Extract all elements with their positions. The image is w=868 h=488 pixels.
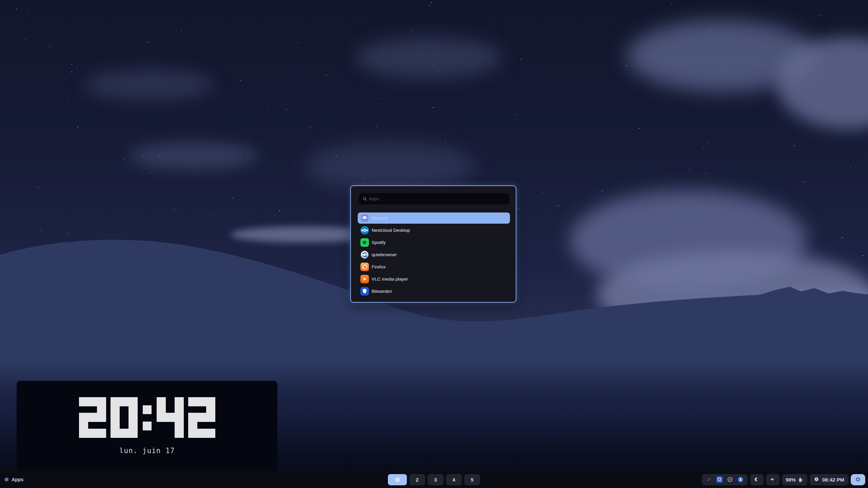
clock-colon: [142, 397, 152, 438]
night-light-icon: [754, 476, 760, 483]
app-label: Bitwarden: [372, 289, 392, 294]
firefox-icon: [360, 263, 369, 271]
taskbar: ❄ Apps 2345 98% 08:42 PM: [0, 471, 868, 488]
bluetooth-icon[interactable]: [737, 476, 744, 483]
app-launcher: DiscordNextcloud DesktopSpotifyqutebrows…: [350, 185, 516, 303]
app-label: qutebrowser: [372, 252, 397, 257]
volume-button[interactable]: [766, 474, 780, 485]
workspace-5[interactable]: 5: [464, 474, 480, 485]
clock-widget: lun. juin 17: [17, 381, 277, 471]
app-row-discord[interactable]: Discord: [358, 212, 510, 224]
active-workspace-indicator: [395, 477, 400, 482]
clock-digit: [188, 397, 215, 438]
tray-icons-pill: [702, 474, 748, 485]
app-row-bitwarden[interactable]: Bitwarden: [358, 286, 510, 297]
workspace-3[interactable]: 3: [428, 474, 443, 485]
check-circle-icon[interactable]: [727, 476, 733, 483]
clock-digit: [111, 397, 138, 438]
bitwarden-icon: [360, 287, 369, 296]
app-row-qutebrowser[interactable]: qutebrowser: [358, 249, 510, 260]
battery-charging-icon: [797, 476, 804, 483]
workspace-switcher: 2345: [388, 474, 480, 485]
search-box[interactable]: [359, 193, 509, 204]
clock-time: [79, 397, 215, 438]
battery-percent: 98%: [786, 477, 796, 483]
search-icon: [362, 196, 368, 202]
nix-snowflake-icon: ❄: [4, 477, 9, 483]
apps-button-label: Apps: [12, 477, 23, 482]
system-tray: 98% 08:42 PM: [702, 474, 865, 485]
sync-icon[interactable]: [706, 476, 712, 483]
app-label: Firefox: [372, 264, 386, 269]
app-label: Discord: [372, 216, 387, 221]
battery-indicator[interactable]: 98%: [782, 474, 807, 485]
apps-menu-button[interactable]: ❄ Apps: [4, 471, 23, 488]
app-row-nextcloud[interactable]: Nextcloud Desktop: [358, 225, 510, 236]
workspace-1[interactable]: [388, 474, 407, 485]
workspace-2[interactable]: 2: [409, 474, 425, 485]
volume-icon: [770, 476, 776, 483]
app-label: Spotify: [372, 240, 386, 245]
clock-icon: [814, 476, 820, 483]
app-row-spotify[interactable]: Spotify: [358, 237, 510, 248]
app-list: DiscordNextcloud DesktopSpotifyqutebrows…: [358, 212, 510, 297]
clock-digit: [157, 397, 184, 438]
clock-date: lun. juin 17: [119, 447, 175, 455]
vlc-icon: [360, 275, 369, 283]
app-label: VLC media player: [372, 277, 408, 282]
spotify-icon: [360, 238, 369, 247]
app-row-vlc[interactable]: VLC media player: [358, 273, 510, 285]
taskbar-time: 08:42 PM: [822, 477, 844, 483]
qutebrowser-icon: [360, 250, 369, 259]
taskbar-clock[interactable]: 08:42 PM: [810, 474, 848, 485]
power-icon: [855, 476, 861, 483]
discord-icon: [360, 214, 369, 222]
search-input[interactable]: [368, 196, 506, 202]
app-label: Nextcloud Desktop: [372, 228, 410, 233]
nextcloud-icon: [360, 226, 369, 235]
power-button[interactable]: [851, 474, 865, 485]
clock-digit: [79, 397, 106, 438]
app-row-firefox[interactable]: Firefox: [358, 261, 510, 272]
bitwarden-tray-icon[interactable]: [716, 476, 723, 483]
night-light-button[interactable]: [750, 474, 764, 485]
workspace-4[interactable]: 4: [446, 474, 462, 485]
